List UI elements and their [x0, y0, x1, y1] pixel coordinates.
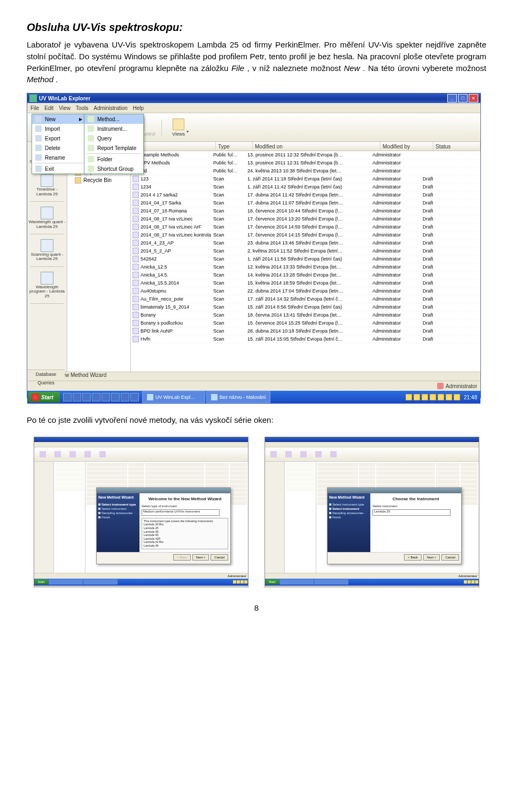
- left-rail[interactable]: Scan - Lambda 25Timedrive - Lambda 25Wav…: [27, 142, 67, 372]
- file-menu-item[interactable]: Rename: [32, 153, 86, 162]
- menu-file[interactable]: File: [30, 105, 39, 111]
- table-row[interactable]: 2014_08_17 Iva vzLinecScan17. července 2…: [131, 215, 480, 223]
- back-button[interactable]: < Back: [173, 554, 191, 561]
- table-row[interactable]: Borany s podlozkouScan15. července 2014 …: [131, 319, 480, 327]
- table-header[interactable]: me Type Modified on Modified by Status: [131, 142, 480, 151]
- file-menu-item[interactable]: Import: [32, 124, 86, 133]
- next-button[interactable]: Next >: [192, 554, 209, 561]
- folder-tree[interactable]: InstrumentsQueriesReport TemplatesReport…: [67, 142, 131, 372]
- table-row[interactable]: 2014_5_2_APScan2. května 2014 11:52 Stře…: [131, 247, 480, 255]
- table-body[interactable]: Example MethodsPublic fol…13. prosince 2…: [131, 151, 480, 372]
- file-menu-item[interactable]: New▶: [32, 114, 86, 124]
- ql-icon[interactable]: [73, 393, 81, 401]
- new-submenu-item[interactable]: Folder: [84, 154, 143, 164]
- table-row[interactable]: Anicka_15.5.2014Scan15. května 2014 18:5…: [131, 279, 480, 287]
- tray-icon[interactable]: [454, 394, 460, 400]
- task-btn[interactable]: [83, 579, 118, 585]
- taskbar-app-paint[interactable]: Bez názvu - Malování: [206, 391, 271, 403]
- quick-launch[interactable]: [63, 393, 139, 401]
- file-menu-item[interactable]: Exit: [32, 164, 86, 174]
- new-method-wizard[interactable]: New Method Wizard Select instrument type…: [96, 487, 231, 564]
- table-row[interactable]: 123Scan1. září 2014 11:18 Střední Evropa…: [131, 175, 480, 183]
- col-type[interactable]: Type: [216, 142, 253, 151]
- menubar[interactable]: FileEditViewToolsAdministrationHelp: [27, 103, 480, 113]
- new-submenu-item[interactable]: Instrument...: [84, 124, 143, 133]
- rail-item[interactable]: Timedrive - Lambda 25: [28, 174, 66, 196]
- ql-icon[interactable]: [102, 393, 110, 401]
- table-row[interactable]: 2014 4 17 sarka2Scan17. dubna 2014 11:42…: [131, 191, 480, 199]
- new-method-wizard[interactable]: New Method Wizard Select instrument type…: [327, 487, 462, 564]
- task-btn[interactable]: [314, 579, 348, 585]
- table-row[interactable]: bimaterialy 15_9_2014Scan15. září 2014 8…: [131, 303, 480, 311]
- tray-icon[interactable]: [422, 394, 428, 400]
- tray-icon[interactable]: [438, 394, 444, 400]
- table-row[interactable]: BPD link AuNPScan28. dubna 2014 10:18 St…: [131, 327, 480, 335]
- table-row[interactable]: 2014_04_17 SarkaScan17. dubna 2014 11:07…: [131, 199, 480, 207]
- taskbar-app-winlab[interactable]: UV WinLab Expl…: [142, 391, 205, 403]
- start-button[interactable]: Start: [28, 392, 60, 403]
- col-status[interactable]: Status: [433, 142, 480, 151]
- col-modified[interactable]: Modified on: [253, 142, 380, 151]
- sysbuttons[interactable]: _ □ ×: [447, 94, 478, 103]
- toolbar-views[interactable]: Views ▾: [165, 117, 192, 138]
- table-row[interactable]: 542842Scan1. září 2014 11:56 Střední Evr…: [131, 255, 480, 263]
- table-row[interactable]: Example MethodsPublic fol…13. prosince 2…: [131, 151, 480, 159]
- file-menu-item[interactable]: Export: [32, 133, 86, 143]
- file-menu-item[interactable]: Delete: [32, 143, 86, 153]
- task-btn[interactable]: [49, 579, 83, 585]
- instrument-type-select[interactable]: Medium performance UV/Vis instrument: [142, 509, 220, 516]
- dropdown-arrow-icon[interactable]: ▾: [186, 129, 189, 134]
- ql-icon[interactable]: [121, 393, 129, 401]
- table-row[interactable]: 2014_4_23_APScan23. dubna 2014 13:46 Stř…: [131, 239, 480, 247]
- maximize-button[interactable]: □: [458, 94, 468, 103]
- next-button[interactable]: Next >: [423, 554, 440, 561]
- col-modifiedby[interactable]: Modified by: [380, 142, 433, 151]
- table-row[interactable]: SPV MethodsPublic fol…13. prosince 2011 …: [131, 159, 480, 167]
- start-button[interactable]: Start: [266, 579, 279, 585]
- ql-icon[interactable]: [111, 393, 120, 401]
- tray-icon[interactable]: [406, 394, 412, 400]
- new-submenu-item[interactable]: Report Template: [84, 143, 143, 153]
- table-row[interactable]: 2014_07_18 RomanaScan18. července 2014 1…: [131, 207, 480, 215]
- ql-icon[interactable]: [63, 393, 72, 401]
- tray-icon[interactable]: [446, 394, 452, 400]
- table-row[interactable]: Au_Film_neco_poteScan17. září 2014 14:32…: [131, 295, 480, 303]
- table-row[interactable]: BoranyScan18. června 2014 13:41 Střední …: [131, 311, 480, 319]
- minimize-button[interactable]: _: [447, 94, 457, 103]
- rail-item[interactable]: Wavelength quant - Lambda 25: [28, 207, 66, 229]
- table-row[interactable]: 1234Scan1. září 2014 11:42 Střední Evrop…: [131, 183, 480, 191]
- new-submenu[interactable]: Method...Instrument...QueryReport Templa…: [84, 114, 144, 174]
- instrument-select[interactable]: Lambda 25: [372, 509, 450, 516]
- system-tray[interactable]: 21:48: [403, 394, 479, 400]
- table-row[interactable]: Au40stupnuScan22. dubna 2014 17:04 Střed…: [131, 287, 480, 295]
- rail-item[interactable]: Wavelength program - Lambda 25: [28, 272, 66, 298]
- table-row[interactable]: 2014_08_17 Iva vzLinec ArFScan17. červen…: [131, 223, 480, 231]
- table-row[interactable]: Anicka_12.5Scan12. května 2014 13:33 Stř…: [131, 263, 480, 271]
- start-button[interactable]: Start: [35, 579, 48, 585]
- cancel-button[interactable]: Cancel: [211, 554, 228, 561]
- tray-icon[interactable]: [430, 394, 436, 400]
- menu-view[interactable]: View: [59, 105, 71, 111]
- file-menu[interactable]: New▶ImportExportDeleteRenameExit: [32, 114, 86, 174]
- back-button[interactable]: < Back: [404, 554, 422, 561]
- new-submenu-item[interactable]: Query: [84, 133, 143, 143]
- task-btn[interactable]: [279, 579, 314, 585]
- new-submenu-item[interactable]: Method...: [84, 114, 143, 124]
- tray-icon[interactable]: [414, 394, 420, 400]
- ql-icon[interactable]: [92, 393, 100, 401]
- ql-icon[interactable]: [130, 393, 139, 401]
- tree-node[interactable]: Recycle Bin: [69, 176, 128, 184]
- menu-help[interactable]: Help: [133, 105, 144, 111]
- cancel-button[interactable]: Cancel: [441, 554, 459, 561]
- table-row[interactable]: oldPublic fol…24. května 2013 10:38 Stře…: [131, 167, 480, 175]
- new-submenu-item[interactable]: Shortcut Group: [84, 164, 143, 174]
- taskbar[interactable]: Start UV WinLab Expl… Bez názvu - Malová…: [27, 391, 480, 404]
- table-row[interactable]: 2014_08_17 Iva vzLinec kontrolaScan17. č…: [131, 231, 480, 239]
- rail-item[interactable]: Scanning quant - Lambda 25: [28, 239, 66, 262]
- menu-edit[interactable]: Edit: [44, 105, 53, 111]
- menu-administration[interactable]: Administration: [94, 105, 127, 111]
- menu-tools[interactable]: Tools: [76, 105, 88, 111]
- table-row[interactable]: HvfnScan15. září 2014 15:05 Střední Evro…: [131, 335, 480, 343]
- table-row[interactable]: Anicka_14.5.Scan14. května 2014 13:28 St…: [131, 271, 480, 279]
- close-button[interactable]: ×: [469, 94, 478, 103]
